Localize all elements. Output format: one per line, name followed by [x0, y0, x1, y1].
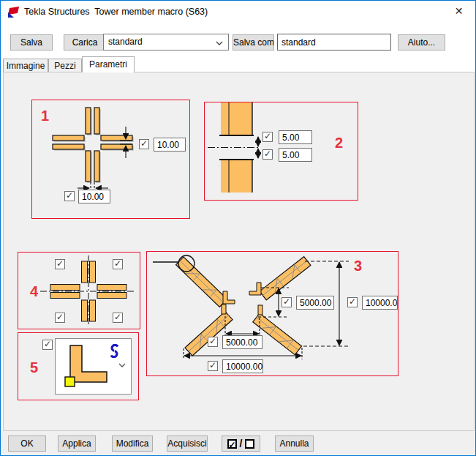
total-width-input[interactable] [222, 359, 263, 373]
check-icon: ✓ [349, 296, 356, 307]
angle-profile-icon [60, 343, 111, 390]
checked-box-icon: ✓ [227, 439, 237, 449]
load-button[interactable]: Carica [64, 34, 106, 51]
dialog-window: Tekla Structures Tower member macro (S63… [0, 0, 476, 456]
checkbox-total-width[interactable]: ✓ [208, 361, 218, 371]
check-icon: ✓ [229, 438, 236, 452]
checkbox-vertical-gap[interactable]: ✓ [139, 139, 149, 149]
checkbox-bottom-offset[interactable]: ✓ [262, 149, 273, 160]
middle-height-input[interactable] [296, 296, 334, 310]
acquire-button[interactable]: Acquisisci [167, 436, 208, 452]
panel-3-bracing-dimensions: 3 [146, 251, 398, 376]
panel-4-corner-toggles: 4 ✓ ✓ ✓ ✓ [18, 252, 140, 329]
check-icon: ✓ [264, 149, 271, 159]
profile-select-value: standard [108, 37, 143, 47]
slash-separator: / [240, 436, 243, 451]
check-icon: ✓ [56, 312, 64, 322]
check-icon: ✓ [209, 336, 216, 346]
chevron-down-icon [216, 41, 223, 45]
tekla-logo-flag [8, 7, 19, 15]
check-icon: ✓ [264, 131, 271, 141]
total-height-input[interactable] [362, 296, 398, 310]
tekla-logo-icon [7, 6, 20, 18]
save-button[interactable]: Salva [10, 34, 53, 51]
apply-button[interactable]: Applica [58, 436, 96, 452]
checkbox-corner-top-right[interactable]: ✓ [113, 259, 123, 269]
checkbox-horizontal-gap[interactable]: ✓ [64, 191, 75, 201]
cross-gap-diagram [44, 105, 168, 195]
checkbox-corner-top-left[interactable]: ✓ [55, 259, 65, 269]
panel-5-number: 5 [30, 359, 38, 376]
save-as-button[interactable]: Salva come [233, 34, 274, 51]
checkbox-middle-height[interactable]: ✓ [282, 297, 292, 307]
cancel-button[interactable]: Annulla [275, 436, 314, 452]
unchecked-box-icon [245, 439, 254, 449]
checkbox-corner-bottom-left[interactable]: ✓ [55, 313, 65, 323]
ok-button[interactable]: OK [8, 436, 46, 452]
tab-immagine[interactable]: Immagine [3, 59, 48, 72]
check-icon: ✓ [44, 339, 51, 349]
check-icon: ✓ [114, 258, 121, 269]
vertical-gap-input[interactable] [154, 138, 186, 152]
close-icon[interactable]: ✕ [442, 1, 475, 22]
checkbox-profile-type[interactable]: ✓ [42, 340, 53, 350]
check-icon: ✓ [66, 190, 73, 201]
titlebar: Tekla Structures Tower member macro (S63… [1, 1, 475, 23]
bottom-offset-input[interactable] [279, 148, 312, 162]
middle-width-input[interactable] [222, 335, 262, 349]
check-icon: ✓ [56, 258, 64, 269]
toggle-all-checkboxes-button[interactable]: ✓ / [222, 436, 260, 452]
footer-bar: OK Applica Modifica Acquisisci ✓ / Annul… [1, 431, 475, 455]
help-button[interactable]: Aiuto... [398, 34, 445, 51]
parameters-tab-page: 1 [3, 72, 475, 431]
profile-type-dropdown[interactable] [55, 338, 132, 395]
panel-5-profile-type: 5 ✓ [18, 332, 139, 400]
panel-1-cross-gap: 1 [31, 100, 190, 219]
checkbox-middle-width[interactable]: ✓ [208, 337, 218, 347]
horizontal-gap-input[interactable] [78, 190, 110, 203]
check-icon: ✓ [140, 138, 148, 149]
window-title: Tekla Structures Tower member macro (S63… [24, 7, 208, 17]
modify-button[interactable]: Modifica [112, 436, 153, 452]
checkbox-total-height[interactable]: ✓ [347, 297, 358, 307]
profile-select[interactable]: standard [103, 34, 229, 51]
tab-pezzi[interactable]: Pezzi [48, 59, 82, 72]
tab-parametri[interactable]: Parametri [82, 56, 135, 72]
check-icon: ✓ [114, 312, 121, 322]
panel-2-column-offsets: 2 [204, 102, 358, 201]
top-offset-input[interactable] [279, 130, 312, 144]
bracing-diagram [147, 252, 398, 375]
check-icon: ✓ [209, 360, 216, 370]
chevron-down-icon [118, 363, 126, 367]
checkbox-top-offset[interactable]: ✓ [262, 132, 273, 142]
rotate-symbol-icon [108, 344, 121, 358]
checkbox-corner-bottom-right[interactable]: ✓ [113, 313, 123, 323]
check-icon: ✓ [283, 296, 290, 307]
save-as-name-input[interactable] [277, 34, 391, 51]
